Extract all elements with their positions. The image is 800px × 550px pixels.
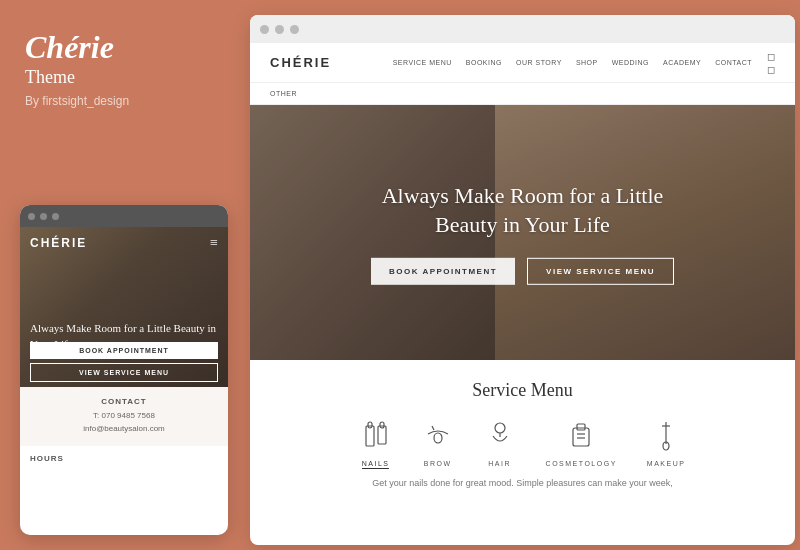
desktop-hero-content: Always Make Room for a Little Beauty in … <box>305 180 741 284</box>
desktop-hero-title-line1: Always Make Room for a Little <box>382 182 664 207</box>
service-icons-row: NAILS BROW <box>270 416 775 469</box>
nav-service-menu[interactable]: SERVICE MENU <box>393 59 452 66</box>
mobile-top-bar <box>20 205 228 227</box>
desktop-nav-icons: ◻ ◻ <box>767 51 775 75</box>
mobile-hamburger-icon[interactable]: ≡ <box>210 235 218 251</box>
facebook-icon[interactable]: ◻ <box>767 64 775 75</box>
nails-label: NAILS <box>362 460 390 469</box>
service-item-makeup[interactable]: MAKEUP <box>647 416 686 469</box>
nav-shop[interactable]: SHOP <box>576 59 598 66</box>
brow-icon <box>424 418 452 452</box>
hair-icon-box <box>484 416 516 454</box>
svg-point-4 <box>434 433 442 443</box>
nails-icon-box <box>360 416 392 454</box>
service-description: Get your nails done for great mood. Simp… <box>313 477 733 491</box>
desktop-hero-buttons: BOOK APPOINTMENT VIEW SERVICE MENU <box>305 258 741 285</box>
cosmetology-icon-box <box>565 416 597 454</box>
mobile-book-appointment-button[interactable]: BOOK APPOINTMENT <box>30 342 218 359</box>
mobile-dot-2 <box>40 213 47 220</box>
mobile-hours-label: HOURS <box>20 454 228 463</box>
nav-wedding[interactable]: WEDDING <box>612 59 649 66</box>
mobile-nav: CHÉRIE ≡ <box>20 227 228 259</box>
desktop-book-appointment-button[interactable]: BOOK APPOINTMENT <box>371 258 515 285</box>
hair-icon <box>486 418 514 452</box>
service-item-brow[interactable]: BROW <box>422 416 454 469</box>
nav-our-story[interactable]: OUR STORY <box>516 59 562 66</box>
cosmetology-icon <box>567 418 595 452</box>
svg-rect-9 <box>577 424 585 430</box>
brow-label: BROW <box>424 460 452 467</box>
desktop-top-bar <box>250 15 795 43</box>
mobile-hero: CHÉRIE ≡ Always Make Room for a Little B… <box>20 227 228 387</box>
svg-point-6 <box>495 423 505 433</box>
mobile-buttons: BOOK APPOINTMENT VIEW SERVICE MENU <box>30 342 218 382</box>
by-line: By firstsight_design <box>25 94 220 108</box>
svg-rect-1 <box>368 422 372 428</box>
mobile-phone: T: 070 9485 7568 <box>30 410 218 423</box>
nav-other[interactable]: OTHER <box>270 90 297 97</box>
svg-rect-8 <box>573 428 589 446</box>
desktop-dot-2 <box>275 25 284 34</box>
service-item-nails[interactable]: NAILS <box>360 416 392 469</box>
cosmetology-label: COSMETOLOGY <box>546 460 617 467</box>
mobile-mockup: CHÉRIE ≡ Always Make Room for a Little B… <box>20 205 228 535</box>
instagram-icon[interactable]: ◻ <box>767 51 775 62</box>
hair-label: HAIR <box>488 460 511 467</box>
nav-contact[interactable]: CONTACT <box>715 59 752 66</box>
mobile-view-service-menu-button[interactable]: VIEW SERVICE MENU <box>30 363 218 382</box>
desktop-hero-title-line2: Beauty in Your Life <box>435 212 610 237</box>
nav-booking[interactable]: BOOKING <box>466 59 502 66</box>
makeup-icon <box>652 418 680 452</box>
svg-line-5 <box>432 426 434 430</box>
desktop-nav: CHÉRIE SERVICE MENU BOOKING OUR STORY SH… <box>250 43 795 83</box>
desktop-hero: Always Make Room for a Little Beauty in … <box>250 105 795 360</box>
makeup-label: MAKEUP <box>647 460 686 467</box>
desktop-nav-links: SERVICE MENU BOOKING OUR STORY SHOP WEDD… <box>393 59 752 66</box>
svg-rect-0 <box>366 426 374 446</box>
mobile-dot-1 <box>28 213 35 220</box>
svg-rect-3 <box>380 422 384 428</box>
desktop-logo: CHÉRIE <box>270 55 331 70</box>
nav-academy[interactable]: ACADEMY <box>663 59 701 66</box>
mobile-dot-3 <box>52 213 59 220</box>
mobile-contact-section: CONTACT T: 070 9485 7568 info@beautysalo… <box>20 387 228 446</box>
theme-title: Chérie <box>25 30 220 65</box>
service-menu-section: Service Menu NAILS <box>250 360 795 506</box>
service-menu-title: Service Menu <box>270 380 775 401</box>
left-panel: Chérie Theme By firstsight_design CHÉRIE… <box>0 0 245 550</box>
desktop-mockup: CHÉRIE SERVICE MENU BOOKING OUR STORY SH… <box>250 15 795 545</box>
theme-subtitle: Theme <box>25 67 220 88</box>
desktop-view-service-menu-button[interactable]: VIEW SERVICE MENU <box>527 258 674 285</box>
desktop-nav-other: OTHER <box>250 83 795 105</box>
desktop-dot-3 <box>290 25 299 34</box>
svg-rect-2 <box>378 426 386 444</box>
makeup-icon-box <box>650 416 682 454</box>
mobile-contact-label: CONTACT <box>30 397 218 406</box>
desktop-hero-title: Always Make Room for a Little Beauty in … <box>305 180 741 239</box>
brow-icon-box <box>422 416 454 454</box>
desktop-dot-1 <box>260 25 269 34</box>
mobile-email: info@beautysalon.com <box>30 423 218 436</box>
service-item-hair[interactable]: HAIR <box>484 416 516 469</box>
service-item-cosmetology[interactable]: COSMETOLOGY <box>546 416 617 469</box>
mobile-logo: CHÉRIE <box>30 236 87 250</box>
nails-icon <box>362 418 390 452</box>
